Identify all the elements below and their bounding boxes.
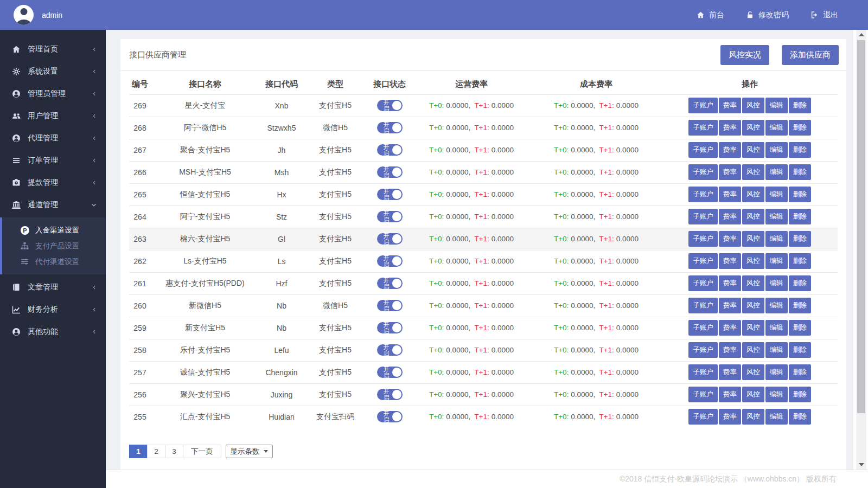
row-action-button[interactable]: 子账户 bbox=[688, 409, 718, 425]
row-action-button[interactable]: 风控 bbox=[742, 120, 764, 136]
status-toggle[interactable]: 开启 bbox=[377, 189, 403, 200]
row-action-button[interactable]: 费率 bbox=[719, 187, 741, 202]
avatar[interactable] bbox=[14, 5, 34, 25]
status-toggle[interactable]: 开启 bbox=[377, 389, 403, 400]
row-action-button[interactable]: 子账户 bbox=[688, 342, 718, 358]
row-action-button[interactable]: 编辑 bbox=[765, 275, 788, 291]
row-action-button[interactable]: 费率 bbox=[719, 164, 741, 180]
row-action-button[interactable]: 编辑 bbox=[765, 364, 788, 380]
row-action-button[interactable]: 删除 bbox=[789, 364, 811, 380]
row-action-button[interactable]: 删除 bbox=[789, 209, 811, 224]
sidebar-item-system-settings[interactable]: 系统设置 bbox=[0, 60, 106, 82]
row-action-button[interactable]: 子账户 bbox=[688, 209, 718, 224]
row-action-button[interactable]: 子账户 bbox=[688, 320, 718, 336]
status-toggle[interactable]: 开启 bbox=[377, 211, 403, 222]
sidebar-item-article-management[interactable]: 文章管理 bbox=[0, 276, 106, 298]
row-action-button[interactable]: 风控 bbox=[742, 409, 764, 425]
page-button-3[interactable]: 3 bbox=[165, 445, 183, 458]
sidebar-item-order-management[interactable]: 订单管理 bbox=[0, 149, 106, 171]
row-action-button[interactable]: 风控 bbox=[742, 187, 764, 202]
row-action-button[interactable]: 删除 bbox=[789, 187, 811, 202]
row-action-button[interactable]: 删除 bbox=[789, 164, 811, 180]
sidebar-item-withdrawal-management[interactable]: 提款管理 bbox=[0, 171, 106, 194]
row-action-button[interactable]: 费率 bbox=[719, 275, 741, 291]
status-toggle[interactable]: 开启 bbox=[377, 367, 403, 378]
row-action-button[interactable]: 编辑 bbox=[765, 253, 788, 269]
row-action-button[interactable]: 编辑 bbox=[765, 342, 788, 358]
status-toggle[interactable]: 开启 bbox=[377, 100, 403, 111]
row-action-button[interactable]: 子账户 bbox=[688, 364, 718, 380]
vertical-scrollbar[interactable] bbox=[856, 30, 866, 470]
page-button-2[interactable]: 2 bbox=[147, 445, 165, 458]
row-action-button[interactable]: 费率 bbox=[719, 142, 741, 158]
row-action-button[interactable]: 风控 bbox=[742, 342, 764, 358]
sidebar-item-home[interactable]: 管理首页 bbox=[0, 38, 106, 60]
row-action-button[interactable]: 费率 bbox=[719, 209, 741, 224]
row-action-button[interactable]: 子账户 bbox=[688, 298, 718, 313]
row-action-button[interactable]: 删除 bbox=[789, 342, 811, 358]
page-size-select[interactable]: 显示条数 bbox=[226, 445, 273, 458]
sidebar-item-user-management[interactable]: 用户管理 bbox=[0, 105, 106, 127]
row-action-button[interactable]: 删除 bbox=[789, 298, 811, 313]
row-action-button[interactable]: 风控 bbox=[742, 298, 764, 313]
row-action-button[interactable]: 风控 bbox=[742, 209, 764, 224]
row-action-button[interactable]: 子账户 bbox=[688, 120, 718, 136]
row-action-button[interactable]: 费率 bbox=[719, 253, 741, 269]
row-action-button[interactable]: 风控 bbox=[742, 98, 764, 113]
add-supplier-button[interactable]: 添加供应商 bbox=[782, 45, 839, 65]
status-toggle[interactable]: 开启 bbox=[377, 278, 403, 289]
row-action-button[interactable]: 子账户 bbox=[688, 142, 718, 158]
row-action-button[interactable]: 费率 bbox=[719, 409, 741, 425]
row-action-button[interactable]: 删除 bbox=[789, 409, 811, 425]
row-action-button[interactable]: 风控 bbox=[742, 164, 764, 180]
status-toggle[interactable]: 开启 bbox=[377, 255, 403, 267]
sidebar-item-agent-management[interactable]: 代理管理 bbox=[0, 127, 106, 149]
row-action-button[interactable]: 删除 bbox=[789, 142, 811, 158]
row-action-button[interactable]: 编辑 bbox=[765, 298, 788, 313]
status-toggle[interactable]: 开启 bbox=[377, 344, 403, 356]
row-action-button[interactable]: 子账户 bbox=[688, 187, 718, 202]
row-action-button[interactable]: 删除 bbox=[789, 98, 811, 113]
row-action-button[interactable]: 风控 bbox=[742, 142, 764, 158]
sidebar-item-channel-management[interactable]: 通道管理 bbox=[0, 194, 106, 216]
next-page-button[interactable]: 下一页 bbox=[183, 445, 221, 458]
row-action-button[interactable]: 编辑 bbox=[765, 120, 788, 136]
sidebar-item-other-functions[interactable]: 其他功能 bbox=[0, 320, 106, 343]
row-action-button[interactable]: 风控 bbox=[742, 320, 764, 336]
row-action-button[interactable]: 删除 bbox=[789, 120, 811, 136]
logout-link[interactable]: 退出 bbox=[810, 10, 838, 20]
row-action-button[interactable]: 费率 bbox=[719, 320, 741, 336]
row-action-button[interactable]: 子账户 bbox=[688, 387, 718, 402]
row-action-button[interactable]: 删除 bbox=[789, 275, 811, 291]
sidebar-subitem-payment-product-settings[interactable]: 支付产品设置 bbox=[2, 238, 106, 254]
row-action-button[interactable]: 子账户 bbox=[688, 164, 718, 180]
row-action-button[interactable]: 删除 bbox=[789, 387, 811, 402]
sidebar-subitem-payout-channel-settings[interactable]: 代付渠道设置 bbox=[2, 254, 106, 269]
row-action-button[interactable]: 费率 bbox=[719, 98, 741, 113]
row-action-button[interactable]: 费率 bbox=[719, 298, 741, 313]
scroll-up-arrow-icon[interactable] bbox=[859, 33, 864, 36]
row-action-button[interactable]: 编辑 bbox=[765, 387, 788, 402]
row-action-button[interactable]: 编辑 bbox=[765, 409, 788, 425]
row-action-button[interactable]: 风控 bbox=[742, 231, 764, 247]
row-action-button[interactable]: 子账户 bbox=[688, 231, 718, 247]
row-action-button[interactable]: 风控 bbox=[742, 253, 764, 269]
row-action-button[interactable]: 编辑 bbox=[765, 320, 788, 336]
status-toggle[interactable]: 开启 bbox=[377, 300, 403, 311]
row-action-button[interactable]: 费率 bbox=[719, 342, 741, 358]
status-toggle[interactable]: 开启 bbox=[377, 322, 403, 333]
row-action-button[interactable]: 费率 bbox=[719, 387, 741, 402]
change-password-link[interactable]: 修改密码 bbox=[746, 10, 789, 20]
row-action-button[interactable]: 费率 bbox=[719, 120, 741, 136]
row-action-button[interactable]: 编辑 bbox=[765, 231, 788, 247]
row-action-button[interactable]: 编辑 bbox=[765, 209, 788, 224]
row-action-button[interactable]: 费率 bbox=[719, 231, 741, 247]
scroll-down-arrow-icon[interactable] bbox=[859, 463, 864, 466]
sidebar-subitem-deposit-channel-settings[interactable]: P 入金渠道设置 bbox=[2, 222, 106, 238]
row-action-button[interactable]: 风控 bbox=[742, 387, 764, 402]
row-action-button[interactable]: 编辑 bbox=[765, 187, 788, 202]
status-toggle[interactable]: 开启 bbox=[377, 166, 403, 178]
row-action-button[interactable]: 删除 bbox=[789, 320, 811, 336]
status-toggle[interactable]: 开启 bbox=[377, 144, 403, 156]
status-toggle[interactable]: 开启 bbox=[377, 233, 403, 245]
